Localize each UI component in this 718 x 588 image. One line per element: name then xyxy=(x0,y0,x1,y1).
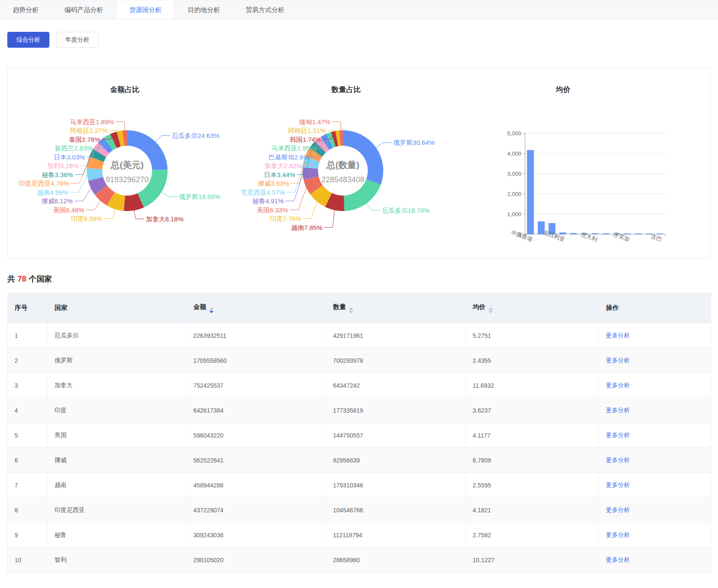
avg-price-cell: 11.6932 xyxy=(466,373,599,398)
donut-label-line xyxy=(332,122,341,131)
column-header-0: 序号 xyxy=(8,293,48,323)
bar[interactable] xyxy=(635,233,642,234)
country-cell: 美国 xyxy=(48,423,186,448)
view-switch: 综合分析年度分析 xyxy=(7,32,718,48)
quantity-cell: 112118794 xyxy=(326,523,466,548)
more-analysis-link[interactable]: 更多分析 xyxy=(606,432,630,438)
action-cell: 更多分析 xyxy=(599,398,711,423)
x-axis-label: 牙买加 xyxy=(613,231,631,242)
avg-price-cell: 6.7809 xyxy=(466,448,599,473)
amount-cell: 752425537 xyxy=(186,373,326,398)
donut-label: 印度尼西亚4.57% xyxy=(242,189,285,196)
donut-label: 新西兰2.83% xyxy=(55,144,92,152)
quantity-cell: 64347242 xyxy=(326,373,466,398)
donut-slice[interactable] xyxy=(344,179,381,211)
bar[interactable] xyxy=(559,233,566,234)
sort-carets[interactable] xyxy=(489,307,493,313)
view-button-0[interactable]: 综合分析 xyxy=(7,32,49,48)
column-header-2[interactable]: 金额 xyxy=(186,293,326,323)
avg-price-cell: 3.6237 xyxy=(466,398,599,423)
more-analysis-link[interactable]: 更多分析 xyxy=(606,407,630,413)
action-cell: 更多分析 xyxy=(599,323,711,348)
more-analysis-link[interactable]: 更多分析 xyxy=(606,382,630,389)
donut-label: 日本3.44% xyxy=(264,171,295,178)
y-tick-label: 3,000 xyxy=(507,171,521,177)
action-cell: 更多分析 xyxy=(599,448,711,473)
bar[interactable] xyxy=(527,150,534,234)
country-cell: 俄罗斯 xyxy=(48,348,186,373)
bar[interactable] xyxy=(645,233,652,234)
view-button-1[interactable]: 年度分析 xyxy=(56,32,98,48)
more-analysis-link[interactable]: 更多分析 xyxy=(606,357,630,364)
table-row: 10智利2901050202865896010.1227更多分析 xyxy=(8,548,711,573)
avg-price-cell: 4.1821 xyxy=(466,498,599,523)
table-row: 6挪威562522641829568396.7809更多分析 xyxy=(8,448,711,473)
column-label: 序号 xyxy=(15,304,27,311)
country-count-summary: 共78个国家 xyxy=(7,274,718,284)
column-label: 金额 xyxy=(193,303,206,310)
sort-desc-caret[interactable] xyxy=(349,311,353,313)
more-analysis-link[interactable]: 更多分析 xyxy=(606,332,630,339)
avg-price-cell: 10.1227 xyxy=(466,548,599,573)
donut-label: 印度6.99% xyxy=(71,215,102,222)
quantity-cell: 82956839 xyxy=(326,448,466,473)
action-cell: 更多分析 xyxy=(599,548,711,573)
more-analysis-link[interactable]: 更多分析 xyxy=(606,481,630,488)
country-count: 78 xyxy=(18,275,26,283)
column-label: 数量 xyxy=(333,303,346,310)
column-header-4[interactable]: 均价 xyxy=(466,293,599,323)
more-analysis-link[interactable]: 更多分析 xyxy=(606,506,630,513)
tab-item-0[interactable]: 趋势分析 xyxy=(0,0,52,19)
country-cell: 印度 xyxy=(48,398,186,423)
amount-cell: 309243036 xyxy=(186,523,326,548)
country-cell: 越南 xyxy=(48,473,186,498)
sort-desc-caret[interactable] xyxy=(209,311,214,313)
bar[interactable] xyxy=(657,233,663,234)
donut-label-line xyxy=(376,143,391,148)
column-header-3[interactable]: 数量 xyxy=(326,293,466,323)
donut-label: 智利3.16% xyxy=(47,162,79,169)
bar[interactable] xyxy=(570,233,577,234)
more-analysis-link[interactable]: 更多分析 xyxy=(606,456,630,463)
donut-label: 韩国1.74% xyxy=(290,136,321,143)
tab-item-3[interactable]: 目的地分析 xyxy=(175,0,233,19)
donut-label: 秘鲁4.91% xyxy=(253,197,284,205)
quantity-cell: 177335819 xyxy=(326,398,466,423)
index-cell: 1 xyxy=(8,323,48,348)
tab-item-1[interactable]: 编码产品分析 xyxy=(52,0,116,19)
avg-price-cell: 2.7582 xyxy=(466,523,599,548)
bar[interactable] xyxy=(602,233,609,234)
bar[interactable] xyxy=(624,233,631,234)
more-analysis-link[interactable]: 更多分析 xyxy=(606,556,630,563)
bar[interactable] xyxy=(592,233,599,234)
quantity-cell: 144750557 xyxy=(326,423,466,448)
avg-price-cell: 5.2751 xyxy=(466,323,599,348)
amount-cell: 458944288 xyxy=(186,473,326,498)
sort-asc-caret[interactable] xyxy=(349,307,353,310)
index-cell: 2 xyxy=(8,348,48,373)
sort-asc-caret[interactable] xyxy=(209,307,214,310)
action-cell: 更多分析 xyxy=(599,423,711,448)
action-cell: 更多分析 xyxy=(599,523,711,548)
more-analysis-link[interactable]: 更多分析 xyxy=(606,531,630,538)
index-cell: 3 xyxy=(8,373,48,398)
sort-carets[interactable] xyxy=(349,307,353,313)
donut-label: 缅甸1.47% xyxy=(299,118,330,126)
charts-card: 金额占比 厄瓜多尔24.63%俄罗斯18.55%加拿大8.18%印度6.99%美… xyxy=(7,67,711,258)
action-cell: 更多分析 xyxy=(599,373,711,398)
sort-asc-caret[interactable] xyxy=(489,307,493,310)
sort-desc-caret[interactable] xyxy=(489,311,493,313)
tab-item-2[interactable]: 货源国分析 xyxy=(116,0,175,19)
table-row: 5美国5960432201447505574.1177更多分析 xyxy=(8,423,711,448)
donut-label-line xyxy=(86,200,101,210)
donut-label: 俄罗斯30.64% xyxy=(393,139,435,146)
index-cell: 10 xyxy=(8,548,48,573)
donut-label-line xyxy=(324,210,334,227)
quantity-cell: 28658960 xyxy=(326,548,466,573)
index-cell: 9 xyxy=(8,523,48,548)
column-label: 均价 xyxy=(473,303,486,310)
tab-item-4[interactable]: 贸易方式分析 xyxy=(233,0,297,19)
amount-cell: 596043220 xyxy=(186,423,326,448)
donut-label: 越南4.99% xyxy=(37,189,68,196)
sort-carets[interactable] xyxy=(209,307,214,313)
